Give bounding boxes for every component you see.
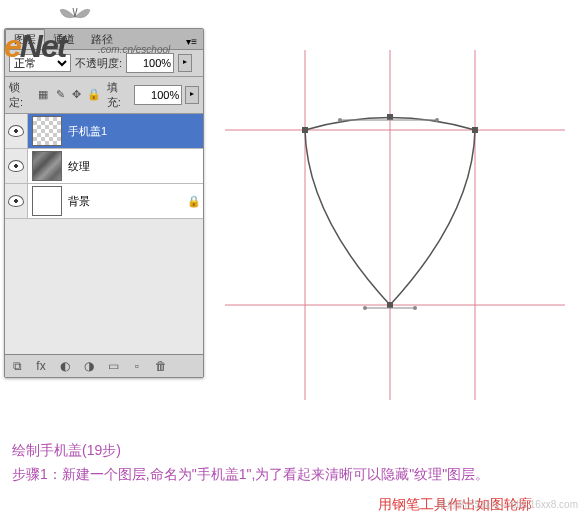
lock-transparent-icon[interactable]: ▦	[37, 88, 51, 102]
layer-name[interactable]: 纹理	[66, 159, 203, 174]
svg-rect-8	[387, 114, 393, 120]
delete-layer-icon[interactable]: 🗑	[153, 359, 169, 373]
svg-point-12	[363, 306, 367, 310]
panel-menu-icon[interactable]: ▾≡	[180, 34, 203, 49]
layer-row[interactable]: 手机盖1	[5, 114, 203, 149]
opacity-label: 不透明度:	[75, 56, 122, 71]
svg-point-13	[413, 306, 417, 310]
instruction-step: 步骤1：新建一个图层,命名为"手机盖1",为了看起来清晰可以隐藏"纹理"图层。	[12, 462, 489, 486]
layer-thumbnail[interactable]	[32, 186, 62, 216]
lock-position-icon[interactable]: ✥	[70, 88, 84, 102]
layer-fx-icon[interactable]: fx	[33, 359, 49, 373]
svg-rect-10	[387, 302, 393, 308]
layer-row[interactable]: 纹理	[5, 149, 203, 184]
svg-point-16	[435, 118, 439, 122]
opacity-dropdown-icon[interactable]: ▸	[178, 54, 192, 72]
layer-mask-icon[interactable]: ◐	[57, 359, 73, 373]
svg-rect-7	[302, 127, 308, 133]
adjustment-layer-icon[interactable]: ◑	[81, 359, 97, 373]
visibility-toggle[interactable]	[5, 114, 28, 148]
canvas-artwork	[225, 50, 565, 400]
watermark: 最好的PS论坛—bbs.16xx8.com	[437, 498, 578, 512]
new-group-icon[interactable]: ▭	[105, 359, 121, 373]
svg-point-15	[338, 118, 342, 122]
fill-label: 填充:	[107, 80, 132, 110]
lock-icon: 🔒	[187, 195, 203, 208]
instruction-title: 绘制手机盖(19步)	[12, 438, 489, 462]
eye-icon	[8, 195, 24, 207]
layer-thumbnail[interactable]	[32, 116, 62, 146]
layer-row[interactable]: 背景 🔒	[5, 184, 203, 219]
new-layer-icon[interactable]: ▫	[129, 359, 145, 373]
instructions: 绘制手机盖(19步) 步骤1：新建一个图层,命名为"手机盖1",为了看起来清晰可…	[12, 438, 489, 486]
logo-text: eNet	[4, 28, 65, 65]
eye-icon	[8, 125, 24, 137]
opacity-input[interactable]	[126, 53, 174, 73]
canvas[interactable]	[225, 50, 565, 400]
lock-all-icon[interactable]: 🔒	[87, 88, 101, 102]
layer-name[interactable]: 背景	[66, 194, 187, 209]
panel-footer: ⧉ fx ◐ ◑ ▭ ▫ 🗑	[5, 354, 203, 377]
svg-rect-9	[472, 127, 478, 133]
lock-pixels-icon[interactable]: ✎	[53, 88, 67, 102]
visibility-toggle[interactable]	[5, 149, 28, 183]
fill-input[interactable]	[134, 85, 182, 105]
layer-thumbnail[interactable]	[32, 151, 62, 181]
logo-subtitle: .com.cn/eschool	[98, 44, 170, 55]
link-layers-icon[interactable]: ⧉	[9, 359, 25, 373]
layers-panel: 图层 通道 路径 ▾≡ 正常 不透明度: ▸ 锁定: ▦ ✎ ✥ 🔒 填充: ▸…	[4, 28, 204, 378]
eye-icon	[8, 160, 24, 172]
lock-options-row: 锁定: ▦ ✎ ✥ 🔒 填充: ▸	[5, 77, 203, 114]
fill-dropdown-icon[interactable]: ▸	[185, 86, 199, 104]
visibility-toggle[interactable]	[5, 184, 28, 218]
layers-list: 手机盖1 纹理 背景 🔒	[5, 114, 203, 354]
layer-name[interactable]: 手机盖1	[66, 124, 203, 139]
lock-label: 锁定:	[9, 80, 34, 110]
